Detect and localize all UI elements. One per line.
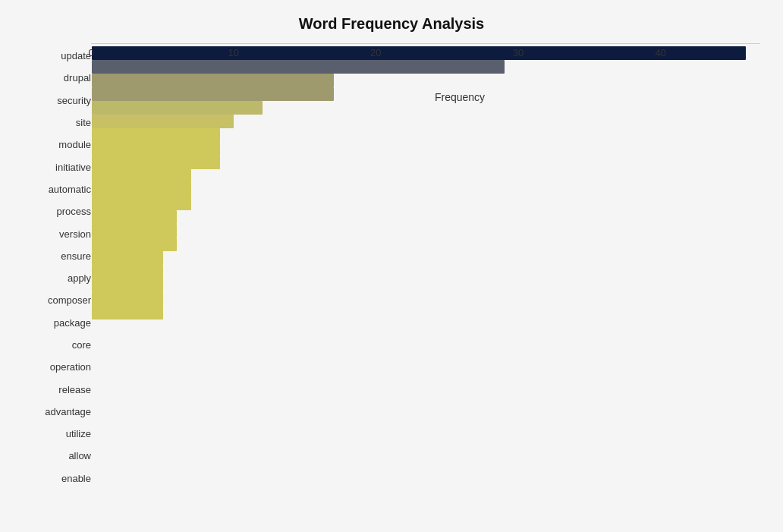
bar-row bbox=[92, 183, 760, 197]
bar bbox=[92, 238, 177, 251]
y-label: package bbox=[23, 312, 91, 333]
bar-row bbox=[92, 238, 760, 251]
y-label: operation bbox=[23, 357, 91, 378]
y-label: process bbox=[23, 201, 91, 222]
bar bbox=[92, 169, 191, 183]
bar bbox=[92, 87, 334, 101]
x-axis-labels-container: 010203040 bbox=[91, 47, 760, 70]
bar bbox=[92, 210, 177, 224]
bar-row bbox=[92, 128, 760, 142]
bar bbox=[92, 115, 234, 128]
y-label: site bbox=[23, 112, 91, 134]
x-tick-label: 40 bbox=[655, 47, 665, 58]
y-label: automatic bbox=[23, 178, 91, 200]
bar-row bbox=[92, 115, 760, 128]
y-label: module bbox=[23, 134, 91, 156]
y-label: security bbox=[23, 90, 91, 111]
y-label: release bbox=[23, 379, 91, 400]
bar bbox=[92, 183, 191, 197]
y-labels: updatedrupalsecuritysitemoduleinitiative… bbox=[23, 43, 91, 491]
bar-row bbox=[92, 265, 760, 279]
chart-container: Word Frequency Analysis updatedrupalsecu… bbox=[0, 0, 783, 532]
y-label: utilize bbox=[23, 423, 91, 445]
plot-wrapper: 010203040 Frequency bbox=[91, 43, 760, 491]
bar bbox=[92, 251, 163, 265]
x-tick-label: 20 bbox=[370, 47, 381, 58]
bar-row bbox=[92, 279, 760, 292]
bar-row bbox=[92, 197, 760, 210]
bar bbox=[92, 279, 163, 292]
bar bbox=[92, 292, 163, 306]
y-label: version bbox=[23, 223, 91, 244]
bar-row bbox=[92, 142, 760, 156]
bar-row bbox=[92, 210, 760, 224]
bar-row bbox=[92, 169, 760, 183]
y-label: update bbox=[23, 46, 91, 67]
bar bbox=[92, 128, 220, 142]
x-tick-label: 0 bbox=[88, 47, 93, 58]
bar-row bbox=[92, 74, 760, 87]
y-label: ensure bbox=[23, 245, 91, 266]
bar-row bbox=[92, 251, 760, 265]
y-label: drupal bbox=[23, 68, 91, 89]
bar-row bbox=[92, 306, 760, 320]
y-label: composer bbox=[23, 290, 91, 311]
bar bbox=[92, 224, 177, 238]
bar bbox=[92, 306, 163, 320]
bar bbox=[92, 156, 220, 169]
y-label: advantage bbox=[23, 401, 91, 422]
bar-row bbox=[92, 101, 760, 115]
bar bbox=[92, 197, 191, 210]
bar-row bbox=[92, 87, 760, 101]
y-label: enable bbox=[23, 467, 91, 489]
bar-row bbox=[92, 156, 760, 169]
plot-area bbox=[91, 43, 760, 44]
chart-area: updatedrupalsecuritysitemoduleinitiative… bbox=[23, 43, 760, 491]
bar bbox=[92, 101, 263, 115]
bar bbox=[92, 265, 163, 279]
y-label: core bbox=[23, 335, 91, 356]
x-tick-label: 30 bbox=[513, 47, 524, 58]
y-label: allow bbox=[23, 445, 91, 467]
bar-row bbox=[92, 292, 760, 306]
bar-row bbox=[92, 224, 760, 238]
bar bbox=[92, 142, 220, 156]
chart-title: Word Frequency Analysis bbox=[23, 15, 760, 33]
x-tick-label: 10 bbox=[228, 47, 238, 58]
y-label: initiative bbox=[23, 156, 91, 178]
bar bbox=[92, 74, 334, 87]
y-label: apply bbox=[23, 268, 91, 289]
